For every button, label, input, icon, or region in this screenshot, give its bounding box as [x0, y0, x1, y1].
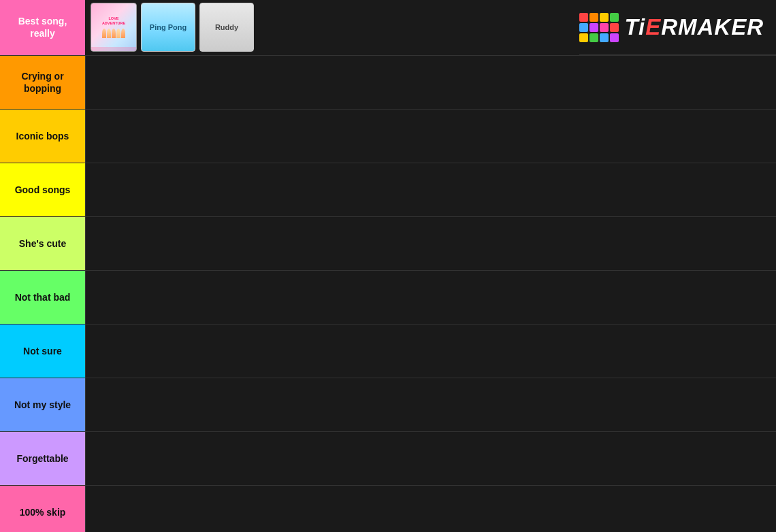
- tier-label-iconic: Iconic bops: [0, 110, 85, 163]
- ruddy-text: Ruddy: [215, 23, 238, 31]
- tier-row-forgettable: Forgettable: [0, 432, 776, 486]
- tier-label-skip: 100% skip: [0, 486, 85, 532]
- figures-row: [102, 29, 125, 38]
- tier-label-crying: Crying or bopping: [0, 56, 85, 109]
- tier-row-cute: She's cute: [0, 217, 776, 271]
- card-ruddy[interactable]: Ruddy: [199, 3, 254, 52]
- logo-text: TiERMAKER: [624, 14, 764, 40]
- header: Best song, really LOVEADVENTURE Ping Pon: [0, 0, 776, 56]
- love-adventure-top-text: LOVEADVENTURE: [101, 16, 127, 25]
- card-ping-pong[interactable]: Ping Pong: [141, 3, 195, 52]
- ping-pong-text: Ping Pong: [150, 23, 187, 31]
- tier-row-notstyle: Not my style: [0, 378, 776, 432]
- app-container: Best song, really LOVEADVENTURE Ping Pon: [0, 0, 776, 532]
- header-cards-area: LOVEADVENTURE Ping Pong Ruddy: [85, 0, 579, 55]
- tier-content-cute[interactable]: [85, 217, 776, 270]
- tier-row-iconic: Iconic bops: [0, 110, 776, 163]
- tier-content-iconic[interactable]: [85, 110, 776, 163]
- logo-icon-grid: [579, 13, 619, 42]
- tier-row-good: Good songs: [0, 163, 776, 217]
- tier-content-notbad[interactable]: [85, 271, 776, 324]
- header-tier-label: Best song, really: [0, 0, 85, 55]
- tier-content-crying[interactable]: [85, 56, 776, 109]
- tier-label-forgettable: Forgettable: [0, 432, 85, 485]
- tier-content-forgettable[interactable]: [85, 432, 776, 485]
- tier-row-skip: 100% skip: [0, 486, 776, 532]
- tier-row-crying: Crying or bopping: [0, 56, 776, 110]
- tier-list: Crying or bopping Iconic bops Good songs…: [0, 56, 776, 532]
- tiermaker-logo: TiERMAKER: [579, 13, 764, 42]
- tier-content-skip[interactable]: [85, 486, 776, 532]
- tier-row-notsure: Not sure: [0, 325, 776, 378]
- best-song-text: Best song, really: [5, 15, 80, 39]
- tier-label-cute: She's cute: [0, 217, 85, 270]
- tier-content-notstyle[interactable]: [85, 378, 776, 431]
- love-adventure-bottom-bar: [91, 47, 136, 51]
- tier-label-notsure: Not sure: [0, 325, 85, 378]
- tier-content-good[interactable]: [85, 163, 776, 216]
- tier-content-notsure[interactable]: [85, 325, 776, 378]
- card-love-adventure[interactable]: LOVEADVENTURE: [91, 3, 137, 52]
- tier-label-good: Good songs: [0, 163, 85, 216]
- tier-label-notbad: Not that bad: [0, 271, 85, 324]
- tier-row-notbad: Not that bad: [0, 271, 776, 325]
- tier-label-notstyle: Not my style: [0, 378, 85, 431]
